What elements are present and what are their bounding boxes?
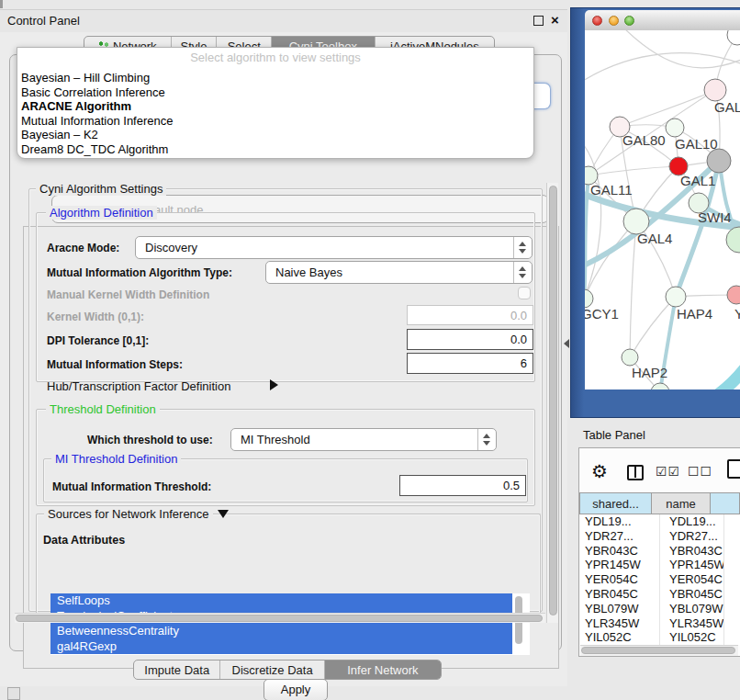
which-threshold-combobox[interactable]: MI Threshold — [230, 428, 497, 451]
table-cell: YDL19... — [580, 514, 659, 529]
algorithm-option[interactable]: Dream8 DC_TDC Algorithm — [21, 142, 168, 157]
network-node-hap4[interactable] — [666, 287, 686, 307]
zoom-traffic-light-icon[interactable] — [624, 16, 634, 26]
table-cell — [723, 544, 740, 559]
close-icon[interactable]: × — [551, 10, 559, 30]
table-row[interactable]: YDL19...YDL19...13 — [580, 514, 740, 529]
table-cell: YLR345W — [659, 616, 723, 631]
node-label: GAL4 — [637, 231, 672, 246]
manual-kernel-checkbox[interactable] — [518, 287, 531, 299]
table-cell: YDL19... — [659, 514, 723, 529]
which-threshold-label: Which threshold to use: — [87, 434, 213, 446]
horizontal-scrollbar[interactable] — [15, 613, 545, 623]
node-label: GAL11 — [590, 182, 633, 198]
node-label: GAL1 — [680, 173, 715, 188]
tab-discretize-data[interactable]: Discretize Data — [220, 660, 324, 679]
table-cell: 9. — [723, 587, 740, 602]
group-title: Cyni Algorithm Settings — [36, 182, 166, 196]
table-row[interactable]: YER054CYER054C8. — [580, 572, 740, 587]
table-cell: YLR345W — [580, 616, 659, 631]
expand-arrow-icon[interactable] — [270, 379, 278, 390]
network-node-gal[interactable] — [704, 79, 726, 101]
splitter-collapse-icon[interactable] — [564, 339, 569, 348]
scrollbar-thumb[interactable] — [549, 186, 557, 615]
table-row[interactable]: YBR043CYBR043C — [580, 544, 740, 559]
table-cell: YDR27... — [580, 529, 659, 544]
gear-icon[interactable]: ⚙ — [591, 460, 608, 482]
attribute-item[interactable]: gal4RGexp — [50, 639, 512, 655]
network-node-hap2[interactable] — [622, 349, 638, 366]
dpi-tolerance-field[interactable]: 0.0 — [407, 329, 533, 350]
network-view-window[interactable]: GALGAL80GAL10GAL1GAL11GAL4SWI4GCY1HAP4YH… — [570, 7, 740, 418]
bottom-tabbar: Impute DataDiscretize DataInfer Network — [133, 660, 442, 680]
network-node[interactable] — [727, 30, 740, 45]
algorithm-option[interactable]: Bayesian – Hill Climbing — [21, 71, 150, 85]
data-attributes-label: Data Attributes — [43, 534, 125, 547]
network-canvas[interactable]: GALGAL80GAL10GAL1GAL11GAL4SWI4GCY1HAP4YH… — [585, 30, 740, 390]
column-header-name[interactable]: name — [651, 492, 711, 514]
close-traffic-light-icon[interactable] — [592, 16, 602, 26]
aracne-mode-combobox[interactable]: Discovery — [135, 236, 533, 259]
table-horizontal-scrollbar[interactable] — [580, 645, 738, 656]
document-icon[interactable] — [727, 459, 740, 479]
data-attributes-list[interactable]: SelfLoopsTopologicalCoefficientBetweenne… — [50, 593, 530, 655]
tab-impute-data[interactable]: Impute Data — [134, 660, 220, 679]
scrollbar-thumb[interactable] — [16, 615, 543, 622]
minimize-traffic-light-icon[interactable] — [609, 16, 619, 26]
algorithm-option[interactable]: Basic Correlation Inference — [21, 85, 165, 100]
table-row[interactable]: YIL052CYIL052C0. — [580, 630, 740, 645]
table-row[interactable]: YPR145WYPR145W9. — [580, 558, 740, 572]
control-panel-title: Control Panel — [7, 14, 80, 28]
tab-label: Impute Data — [144, 663, 209, 677]
float-window-icon[interactable] — [533, 16, 544, 26]
network-node-y[interactable] — [727, 286, 740, 304]
table-rows: YDL19...YDL19...13YDR27...YDR27...12YBR0… — [580, 514, 740, 645]
vertical-scrollbar[interactable] — [546, 183, 558, 623]
tab-infer-network[interactable]: Infer Network — [325, 660, 441, 679]
which-threshold-value: MI Threshold — [231, 433, 477, 446]
algorithm-option[interactable]: ARACNE Algorithm — [21, 99, 131, 114]
table-cell: YBR045C — [580, 587, 659, 602]
node-label: GAL10 — [675, 136, 718, 152]
kernel-width-field[interactable]: 0.0 — [407, 305, 533, 325]
table-cell: YER054C — [580, 572, 659, 587]
stepper-icon — [513, 262, 532, 283]
algorithm-option[interactable]: Bayesian – K2 — [21, 128, 98, 142]
attribute-item[interactable]: BetweennessCentrality — [50, 624, 512, 639]
mi-type-combobox[interactable]: Naive Bayes — [265, 261, 533, 284]
unchecked-boxes-icon[interactable]: ☐☐ — [688, 464, 712, 479]
algorithm-option[interactable]: Mutual Information Inference — [21, 114, 173, 129]
table-row[interactable]: YBL079WYBL079W — [580, 602, 740, 616]
attribute-item[interactable]: SelfLoops — [50, 593, 512, 609]
network-node-gal10[interactable] — [666, 119, 684, 137]
dpi-tolerance-label: DPI Tolerance [0,1]: — [47, 334, 149, 347]
table-cell: YER054C — [659, 572, 723, 587]
table-row[interactable]: YLR345WYLR345W9. — [580, 616, 740, 631]
network-graph: GALGAL80GAL10GAL1GAL11GAL4SWI4GCY1HAP4YH… — [585, 30, 740, 390]
node-label: HAP2 — [632, 365, 667, 380]
table-cell: YPR145W — [659, 558, 723, 572]
node-label: HAP4 — [677, 306, 712, 322]
mi-threshold-field[interactable]: 0.5 — [399, 475, 526, 496]
network-node[interactable] — [651, 383, 669, 390]
table-cell: YIL052C — [580, 630, 659, 645]
bottom-grip-icon[interactable] — [7, 687, 20, 700]
table-row[interactable]: YDR27...YDR27...12 — [580, 529, 740, 544]
table-cell: YBR043C — [580, 544, 659, 559]
stepper-icon — [477, 429, 496, 450]
column-header-shared[interactable]: shared... — [579, 492, 652, 514]
table-row[interactable]: YBR045CYBR045C9. — [580, 587, 740, 602]
split-columns-icon[interactable] — [627, 465, 644, 480]
checked-boxes-icon[interactable]: ☑☑ — [656, 464, 680, 479]
collapse-arrow-icon[interactable] — [218, 510, 229, 518]
network-node-gcy1[interactable] — [585, 289, 593, 308]
apply-button[interactable]: Apply — [263, 679, 328, 700]
network-node[interactable] — [707, 149, 731, 173]
network-node[interactable] — [726, 227, 740, 253]
tab-label: Discretize Data — [232, 663, 313, 677]
mi-steps-field[interactable]: 6 — [407, 353, 533, 374]
node-label: GAL — [714, 99, 740, 115]
scrollbar-thumb[interactable] — [581, 647, 735, 654]
column-header-partial[interactable] — [710, 492, 740, 514]
network-window-titlebar[interactable] — [585, 10, 740, 31]
